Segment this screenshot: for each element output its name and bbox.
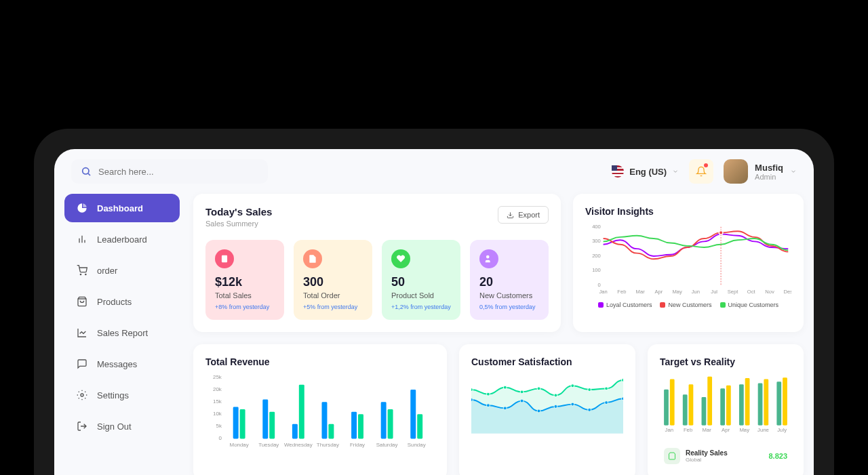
svg-text:Oct: Oct [747, 289, 756, 295]
sidebar-item-label: Sign Out [97, 421, 132, 432]
svg-text:Sunday: Sunday [408, 442, 426, 448]
user-menu[interactable]: Musfiq Admin [724, 159, 797, 184]
svg-rect-40 [328, 424, 334, 439]
svg-rect-87 [764, 379, 768, 426]
svg-text:10k: 10k [213, 411, 222, 417]
stat-icon [215, 249, 234, 268]
svg-text:400: 400 [592, 224, 601, 230]
user-role: Admin [755, 173, 783, 181]
bars-icon [77, 234, 87, 245]
svg-text:0: 0 [598, 282, 601, 288]
svg-rect-33 [262, 400, 268, 439]
bag-icon [77, 296, 87, 307]
sidebar-item-messages[interactable]: Messages [64, 350, 180, 378]
customer-satisfaction-card: Customer Satisfaction [459, 344, 635, 475]
svg-point-63 [503, 386, 507, 389]
svg-text:Jan: Jan [665, 427, 674, 433]
search-box[interactable] [71, 159, 268, 184]
stat-icon [391, 249, 410, 268]
stat-value: 20 [479, 275, 539, 289]
svg-rect-77 [702, 397, 707, 426]
target-legend-reality: Reality Sales Global 8.823 [660, 444, 791, 468]
signout-icon [77, 421, 87, 432]
svg-text:May: May [672, 289, 682, 295]
svg-point-66 [554, 394, 557, 397]
language-label: Eng (US) [629, 167, 667, 177]
svg-text:Des: Des [783, 289, 791, 295]
sidebar-item-settings[interactable]: Settings [64, 381, 180, 409]
user-name: Musfiq [755, 163, 783, 173]
sidebar-item-leaderboard[interactable]: Leaderboard [64, 225, 180, 253]
svg-point-70 [622, 379, 623, 382]
card-title: Today's Sales [205, 206, 272, 218]
svg-point-1 [80, 274, 81, 274]
stat-icon [303, 249, 322, 268]
svg-text:July: July [777, 427, 787, 433]
stat-label: Total Order [303, 291, 363, 300]
svg-text:5k: 5k [216, 423, 221, 429]
svg-text:15k: 15k [213, 398, 222, 405]
sidebar-item-dashboard[interactable]: Dashboard [64, 194, 180, 222]
search-input[interactable] [98, 167, 258, 177]
svg-rect-36 [292, 424, 298, 439]
svg-point-64 [520, 390, 524, 394]
svg-text:Jul: Jul [711, 289, 717, 295]
avatar [724, 159, 748, 184]
svg-rect-75 [689, 384, 694, 426]
stat-total-sales: $12k Total Sales +8% from yesterday [205, 240, 284, 320]
main-content: Today's Sales Sales Summery Export $12k … [193, 194, 804, 475]
todays-sales-card: Today's Sales Sales Summery Export $12k … [193, 194, 561, 332]
export-button[interactable]: Export [498, 206, 549, 224]
stat-product-sold: 50 Product Sold +1,2% from yesterday [382, 240, 460, 320]
svg-point-5 [486, 255, 490, 259]
visitor-insights-card: Visitor Insights 0100200300400JanFebMarA… [573, 194, 804, 332]
sidebar-item-signout[interactable]: Sign Out [64, 412, 180, 440]
svg-text:100: 100 [592, 267, 601, 273]
visitor-legend: Loyal Customers New Customers Unique Cus… [585, 302, 791, 308]
svg-text:Saturday: Saturday [376, 442, 398, 448]
sidebar-item-label: Dashboard [97, 203, 143, 213]
sidebar-item-label: Settings [97, 390, 129, 400]
svg-text:200: 200 [592, 253, 601, 259]
svg-text:Apr: Apr [722, 427, 730, 433]
stat-label: Total Sales [215, 291, 275, 300]
svg-rect-48 [410, 390, 416, 438]
svg-text:300: 300 [592, 238, 601, 244]
search-icon [81, 166, 92, 177]
language-selector[interactable]: Eng (US) [612, 165, 679, 178]
stat-change: +8% from yesterday [215, 304, 275, 310]
sidebar-item-products[interactable]: Products [64, 287, 180, 316]
svg-rect-34 [269, 412, 275, 439]
stat-change: +5% from yesterday [303, 304, 363, 310]
svg-point-68 [588, 388, 591, 392]
card-subtitle: Sales Summery [205, 220, 272, 228]
visitor-chart: 0100200300400JanFebMarAprMayJunJulSeptOc… [585, 224, 791, 295]
svg-rect-80 [720, 388, 725, 425]
svg-rect-78 [707, 377, 712, 426]
total-revenue-card: Total Revenue 05k10k15k20k25kMondayTuesd… [193, 344, 447, 475]
sidebar-item-sales-report[interactable]: Sales Report [64, 318, 180, 347]
stat-value: 300 [303, 275, 363, 289]
notifications-button[interactable] [689, 159, 713, 184]
svg-text:20k: 20k [213, 386, 222, 392]
stat-total-order: 300 Total Order +5% from yesterday [294, 240, 372, 320]
svg-text:Tuesday: Tuesday [258, 442, 279, 448]
svg-text:Jan: Jan [599, 289, 607, 295]
svg-point-69 [605, 387, 608, 390]
legend-name: Reality Sales [686, 449, 763, 457]
sidebar: Dashboard Leaderboard order Products Sal… [64, 194, 180, 475]
svg-text:Sept: Sept [728, 289, 739, 295]
revenue-chart: 05k10k15k20k25kMondayTuesdayWednesdayThu… [205, 374, 435, 448]
sidebar-item-order[interactable]: order [64, 256, 180, 285]
sidebar-item-label: Sales Report [97, 328, 148, 338]
target-chart: JanFebMarAprMayJuneJuly [660, 374, 791, 433]
svg-point-23 [719, 231, 723, 235]
svg-point-2 [85, 274, 86, 274]
stat-new-customers: 20 New Customers 0,5% from yesterday [470, 240, 549, 320]
svg-point-0 [83, 168, 89, 174]
chevron-down-icon [672, 168, 679, 175]
cart-icon [77, 265, 87, 276]
svg-rect-84 [745, 378, 750, 426]
sidebar-item-label: Messages [97, 359, 137, 369]
svg-rect-86 [758, 384, 763, 426]
